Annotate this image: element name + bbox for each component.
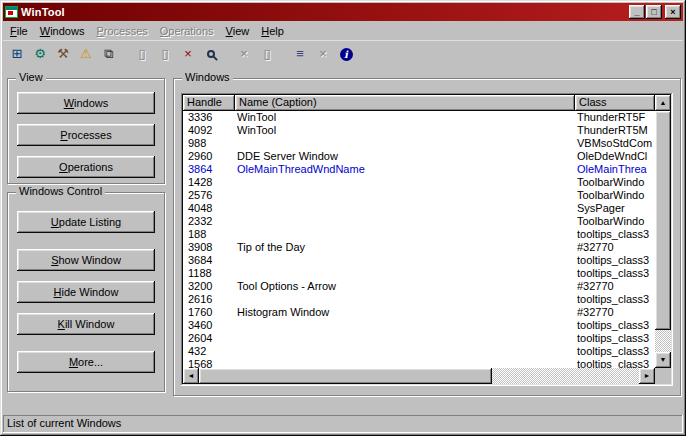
window-row[interactable]: 3336WinToolThunderRT5F [183, 111, 655, 124]
toolbar-separator [279, 44, 288, 64]
class-cell: ThunderRT5M [575, 124, 655, 137]
class-cell: tooltips_class3 [575, 332, 655, 345]
scroll-left-button[interactable]: ◄ [183, 368, 199, 384]
name-cell: Histogram Window [235, 306, 575, 319]
name-cell [235, 202, 575, 215]
view-buttons: WindowsProcessesOperations [17, 92, 155, 178]
class-cell: tooltips_class3 [575, 254, 655, 267]
window-row[interactable]: 2332ToolbarWindo [183, 215, 655, 228]
close-button[interactable]: × [665, 5, 681, 19]
search-button[interactable] [200, 44, 222, 64]
window-row[interactable]: 2604tooltips_class3 [183, 332, 655, 345]
name-cell: Tool Options - Arrow [235, 280, 575, 293]
status-bar: List of current Windows [3, 413, 683, 433]
magnifier-glyph [207, 50, 215, 58]
handle-cell: 2604 [183, 332, 235, 345]
view-processes-button[interactable]: ⚙ [29, 44, 51, 64]
scroll-down-button[interactable]: ▼ [655, 352, 671, 368]
view-windows-button[interactable]: ⊞ [6, 44, 28, 64]
kill-window-button[interactable]: Kill Window [17, 313, 155, 335]
window-row[interactable]: 4048SysPager [183, 202, 655, 215]
window-row[interactable]: 1760Histogram Window#32770 [183, 306, 655, 319]
content-area: View WindowsProcessesOperations Windows … [3, 66, 683, 413]
name-cell [235, 215, 575, 228]
threads-button[interactable]: ≡ [289, 44, 311, 64]
menu-item-view[interactable]: View [220, 23, 256, 39]
name-cell [235, 254, 575, 267]
handle-cell: 988 [183, 137, 235, 150]
window-row[interactable]: 4092WinToolThunderRT5M [183, 124, 655, 137]
window-row[interactable]: 2616tooltips_class3 [183, 293, 655, 306]
name-cell [235, 293, 575, 306]
class-cell: tooltips_class3 [575, 358, 655, 368]
processes-button[interactable]: Processes [17, 124, 155, 146]
column-header-class[interactable]: Class [575, 95, 655, 111]
status-text: List of current Windows [3, 415, 683, 433]
minimize-button[interactable]: _ [629, 5, 645, 19]
window-row[interactable]: 988VBMsoStdCom [183, 137, 655, 150]
windows-button[interactable]: Windows [17, 92, 155, 114]
name-cell [235, 137, 575, 150]
show-window-button[interactable]: Show Window [17, 249, 155, 271]
handle-cell: 3864 [183, 163, 235, 176]
menu-item-windows[interactable]: Windows [34, 23, 91, 39]
more-button[interactable]: More... [17, 351, 155, 373]
operations-button[interactable]: Operations [17, 156, 155, 178]
handle-cell: 188 [183, 228, 235, 241]
maximize-button[interactable]: □ [646, 5, 662, 19]
window-row[interactable]: 1568tooltips_class3 [183, 358, 655, 368]
horizontal-scroll-thumb[interactable] [199, 368, 492, 384]
window-row[interactable]: 188tooltips_class3 [183, 228, 655, 241]
handle-cell: 2332 [183, 215, 235, 228]
warning-button[interactable]: ⚠ [75, 44, 97, 64]
handle-cell: 2616 [183, 293, 235, 306]
class-cell: ThunderRT5F [575, 111, 655, 124]
hide-window-button: ▯ [154, 44, 176, 64]
name-cell: WinTool [235, 124, 575, 137]
handle-cell: 3460 [183, 319, 235, 332]
handle-cell: 4092 [183, 124, 235, 137]
windows-group: Windows HandleName (Caption)Class 3336Wi… [173, 78, 681, 396]
update-listing-button[interactable]: Update Listing [17, 211, 155, 233]
horizontal-scrollbar[interactable]: ◄ ► [183, 368, 655, 384]
menu-item-processes: Processes [90, 23, 153, 39]
window-controls: _□× [629, 5, 681, 19]
hide-window-button[interactable]: Hide Window [17, 281, 155, 303]
window-row[interactable]: 2960DDE Server WindowOleDdeWndCl [183, 150, 655, 163]
handle-cell: 1188 [183, 267, 235, 280]
name-cell: WinTool [235, 111, 575, 124]
scroll-right-button[interactable]: ► [639, 368, 655, 384]
class-cell: tooltips_class3 [575, 319, 655, 332]
window-row[interactable]: 2576ToolbarWindo [183, 189, 655, 202]
window-row[interactable]: 3864OleMainThreadWndNameOleMainThrea [183, 163, 655, 176]
window-row[interactable]: 432tooltips_class3 [183, 345, 655, 358]
window-row[interactable]: 3200Tool Options - Arrow#32770 [183, 280, 655, 293]
class-cell: tooltips_class3 [575, 228, 655, 241]
kill-window-button[interactable]: × [177, 44, 199, 64]
menu-item-help[interactable]: Help [255, 23, 290, 39]
windows-control-group: Windows Control Update ListingShow Windo… [7, 192, 165, 392]
vertical-scrollbar[interactable]: ▲ ▼ [655, 95, 671, 368]
title-bar[interactable]: WinTool _□× [3, 3, 683, 21]
about-button[interactable]: i [335, 44, 357, 64]
menu-item-file[interactable]: File [4, 23, 34, 39]
window-row[interactable]: 1428ToolbarWindo [183, 176, 655, 189]
window-row[interactable]: 3460tooltips_class3 [183, 319, 655, 332]
window-row[interactable]: 3684tooltips_class3 [183, 254, 655, 267]
class-cell: #32770 [575, 241, 655, 254]
scrollbar-corner [655, 368, 671, 384]
column-header-name-caption-[interactable]: Name (Caption) [235, 95, 575, 111]
window-row[interactable]: 1188tooltips_class3 [183, 267, 655, 280]
windows-list: HandleName (Caption)Class 3336WinToolThu… [181, 93, 673, 386]
vertical-scroll-thumb[interactable] [655, 111, 671, 330]
name-cell: Tip of the Day [235, 241, 575, 254]
window-row[interactable]: 3908Tip of the Day#32770 [183, 241, 655, 254]
view-operations-button[interactable]: ⚒ [52, 44, 74, 64]
copy-button[interactable]: ⧉ [98, 44, 120, 64]
name-cell [235, 332, 575, 345]
name-cell [235, 358, 575, 368]
class-cell: #32770 [575, 280, 655, 293]
column-header-handle[interactable]: Handle [183, 95, 235, 111]
name-cell: OleMainThreadWndName [235, 163, 575, 176]
scroll-up-button[interactable]: ▲ [655, 95, 671, 111]
